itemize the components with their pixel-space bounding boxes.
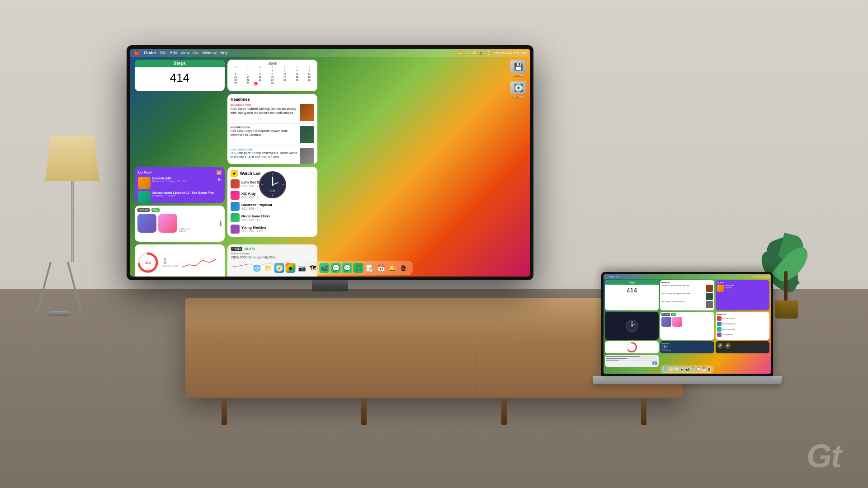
laptop-weather-desc: Partly Cloudy (661, 349, 712, 351)
steps-header: Steps (135, 60, 225, 67)
upnext-thumb-2 (138, 191, 151, 203)
laptop: 🍎 Finder File Thu 29 Jun 3:51 PM Steps 4… (601, 272, 773, 384)
ldock-finder[interactable]: 📁 (669, 367, 673, 371)
dock-whatsapp[interactable]: 💬 (342, 263, 352, 273)
news-item-1: FOXNEWS.COM Alex Soros huddled with top … (231, 104, 314, 124)
wl-ep-2: S01 | E02 · 4 (241, 196, 258, 199)
dock-siri[interactable]: 🌐 (252, 263, 262, 273)
lamp-base (45, 311, 72, 316)
laptop-wl-1: Let's Get Divorced (717, 316, 768, 321)
laptop-play-btn[interactable]: ▶ (652, 361, 657, 365)
wl-thumb-5 (231, 225, 240, 234)
dock-trash[interactable]: 🗑 (399, 263, 409, 273)
game-label-2: 4/9/15 (179, 230, 217, 233)
laptop-steps-widget: Steps 414 (605, 280, 659, 310)
laptop-games-widget: RESUME NEW (660, 312, 714, 339)
laptop-news-1: Alex Soros huddled with top Democrats (661, 285, 704, 292)
stock-sub: INDIA STOCKS- India's Nifty 50 h... (231, 256, 314, 259)
ambar-icon: 💾 (514, 62, 523, 71)
laptop-wl-thumb-1 (717, 316, 722, 321)
dock-calendar[interactable]: 📅 (376, 263, 386, 273)
cal-month: JUNE (230, 62, 315, 65)
laptop-bt-1[interactable]: ⚡ (717, 343, 723, 349)
upnext-title-2: Mahabharata Episode 17: The Game Plan (152, 191, 214, 194)
wl-title-2: XO, Kitty (241, 192, 258, 196)
ambar-label: Ambar (514, 74, 523, 77)
laptop-apple-icon: 🍎 (605, 276, 608, 278)
ldock-chrome[interactable]: ● (679, 367, 684, 371)
dock-reminders[interactable]: 🔔 (387, 263, 397, 273)
dock-chrome[interactable]: ● (286, 263, 296, 273)
stock-ticker: *NSEI (231, 247, 242, 251)
dock-notes[interactable]: 📝 (365, 263, 375, 273)
wl-thumb-3 (231, 202, 240, 211)
wl-item-3: Business Proposal S01 | E03 · 5 (231, 202, 314, 211)
ldock-trash[interactable]: 🗑 (707, 367, 711, 371)
desktop-icon-ventura[interactable]: 💽 Ventura (510, 81, 526, 98)
game-thumb-1 (137, 214, 156, 233)
menu-edit[interactable]: Edit (170, 51, 177, 55)
wl-title-5: Young Sheldon (241, 225, 266, 230)
plant-pot (775, 300, 798, 319)
bt-icon: ⚡ (466, 51, 470, 55)
upnext-play-icon[interactable]: ▶ (218, 177, 222, 189)
watchlist-options-icon[interactable]: ⋯ (311, 172, 314, 176)
upnext-title-1: Episode 846 (152, 177, 186, 180)
menu-file[interactable]: File (160, 51, 167, 55)
laptop-steps-count: 414 (627, 286, 637, 294)
svg-point-13 (631, 325, 632, 326)
dock-safari[interactable]: 🧭 (274, 263, 284, 273)
news-text-2: Fed Chair Says He Expects Slower Rate In… (231, 129, 298, 137)
sound-icon: 🔊 (479, 51, 484, 55)
tripod-right (67, 262, 83, 314)
news-image-1 (300, 104, 314, 121)
menu-window[interactable]: Window (202, 51, 217, 55)
cal-grid: M T W T F S S 1 2 3 4 5 (230, 66, 315, 85)
calendar-widget: JUNE M T W T F S S 1 2 3 (227, 60, 317, 91)
news-image-2 (300, 126, 314, 143)
tv-screen: 🍎 Finder File Edit View Go Window Help 📶… (130, 49, 530, 277)
dock-spotify[interactable]: 🎵 (354, 263, 363, 273)
dock-facetime[interactable]: 📹 (320, 263, 330, 273)
dock-messages[interactable]: 💬 (331, 263, 341, 273)
wl-title-4: Never Have I Ever (241, 214, 270, 218)
menu-help[interactable]: Help (220, 51, 229, 55)
fitness-widget: 414 🚶 JUN 29, 2023 (135, 244, 225, 277)
wl-item-5: Young Sheldon S01 | E02 · +125 (231, 225, 314, 234)
laptop-menu-item: File (616, 276, 618, 278)
credenza-legs (185, 398, 683, 425)
laptop-bt-2[interactable]: ⚡ (725, 343, 731, 349)
menu-view[interactable]: View (181, 51, 189, 55)
news-text-1: Alex Soros huddled with top Democrats sh… (231, 107, 298, 115)
ldock-messages[interactable]: 💬 (696, 367, 700, 371)
datetime-display: Thu 29 Jun 3:51 PM (494, 51, 526, 55)
wl-title-3: Business Proposal (241, 203, 272, 207)
laptop-menu-finder: Finder (609, 276, 614, 278)
upnext-time-2: Resumes · 43h left (152, 194, 214, 197)
laptop-upnext-text: Episode 846Jeopardy! (725, 285, 734, 292)
dock-maps[interactable]: 🗺 (308, 263, 318, 273)
tv-frame: 🍎 Finder File Edit View Go Window Help 📶… (127, 45, 533, 280)
ldock-siri[interactable]: 🌐 (663, 367, 668, 371)
dock-photos[interactable]: 📷 (297, 263, 307, 273)
dock-finder[interactable]: 📁 (263, 263, 273, 273)
desktop-icon-ambar[interactable]: 💾 Ambar (510, 60, 526, 77)
upnext-label: Up Next (138, 170, 151, 174)
wl-thumb-1 (231, 179, 240, 188)
ldock-calendar[interactable]: 📅 (701, 367, 706, 371)
leg-3 (501, 398, 507, 425)
menu-go[interactable]: Go (193, 51, 198, 55)
games-widget: RESUME NEW 1 DAY LEFT 4/9/15 ℹ (135, 206, 225, 242)
menu-finder[interactable]: Finder (144, 51, 156, 55)
ldock-spotify[interactable]: 🎵 (690, 367, 695, 371)
laptop-watchlist-widget: Watch List Let's Get Divorced Business P… (716, 312, 769, 339)
ldock-photos[interactable]: 📷 (685, 367, 689, 371)
laptop-game-tag-2: NEW (671, 313, 676, 316)
games-thumbs: 1 DAY LEFT 4/9/15 ℹ (137, 214, 222, 233)
games-more-icon[interactable]: ℹ (219, 219, 222, 228)
lamp-pole (71, 181, 74, 262)
laptop-wl-thumb-3 (717, 327, 722, 332)
upnext-item-1: Episode 846 Resumes · 3d Ago · 53m left … (138, 177, 222, 189)
ldock-safari[interactable]: 🧭 (674, 367, 679, 371)
laptop-media-widget: ▶ (605, 355, 659, 367)
